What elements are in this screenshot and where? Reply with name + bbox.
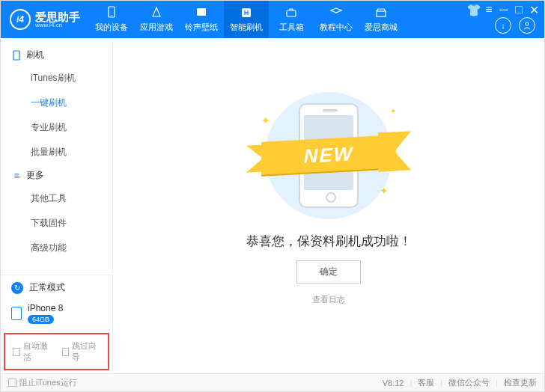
more-icon: ≡ [11,171,22,181]
svg-point-6 [526,22,529,25]
support-link[interactable]: 客服 [418,377,434,388]
device-icon [105,6,118,19]
user-button[interactable] [519,17,535,34]
app-logo: i4 爱思助手 www.i4.cn [1,9,89,30]
sidebar-item-other-tools[interactable]: 其他工具 [1,186,112,211]
success-illustration: ✦ ✦ ✦ NEW [239,92,418,219]
checkbox-skip-setup[interactable]: 跳过向导 [62,340,101,363]
skin-icon[interactable]: 👕 [469,5,478,14]
storage-badge: 64GB [28,315,54,324]
nav-flash[interactable]: 智能刷机 [224,1,269,38]
sidebar-item-batch-flash[interactable]: 批量刷机 [1,140,112,165]
sidebar-group-flash: 刷机 [1,44,112,66]
device-mode[interactable]: ↻ 正常模式 [1,275,112,300]
svg-point-1 [111,15,112,16]
svg-rect-7 [13,51,19,60]
svg-rect-4 [287,10,296,16]
phone-icon [11,50,22,61]
download-button[interactable]: ↓ [495,17,511,34]
sidebar-item-onekey-flash[interactable]: 一键刷机 [1,91,112,115]
tutorial-icon [329,6,343,19]
version-label: V8.12 [383,379,404,388]
toolbox-icon [284,6,298,19]
logo-icon: i4 [10,9,31,30]
check-update-link[interactable]: 检查更新 [504,377,537,388]
nav-ringtones[interactable]: 铃声壁纸 [179,1,224,38]
logo-subtitle: www.i4.cn [35,22,80,28]
options-highlighted: 自动激活 跳过向导 [4,333,109,370]
nav-toolbox[interactable]: 工具箱 [269,1,314,38]
svg-rect-2 [197,8,206,16]
device-info[interactable]: iPhone 8 64GB [1,300,112,330]
sidebar-group-more: ≡ 更多 [1,165,112,186]
checkbox-block-itunes[interactable]: 阻止iTunes运行 [8,377,77,388]
phone-small-icon [11,307,22,320]
store-icon [374,6,388,19]
checkbox-icon [62,348,70,356]
device-name: iPhone 8 [28,303,63,313]
nav-my-device[interactable]: 我的设备 [89,1,134,38]
success-message: 恭喜您，保资料刷机成功啦！ [246,233,412,250]
apps-icon [150,6,163,19]
wechat-link[interactable]: 微信公众号 [448,377,490,388]
menu-icon[interactable]: ≡ [484,5,493,14]
checkbox-auto-activate[interactable]: 自动激活 [13,340,52,363]
flash-icon [240,6,253,19]
svg-rect-5 [377,11,386,16]
maximize-icon[interactable]: □ [514,5,523,14]
nav-apps[interactable]: 应用游戏 [134,1,179,38]
checkbox-icon [13,348,20,356]
new-banner: NEW [261,135,396,174]
checkbox-icon [8,379,16,387]
ringtone-icon [195,6,208,19]
minimize-icon[interactable]: ─ [499,5,508,14]
nav-store[interactable]: 爱思商城 [359,1,404,38]
sidebar-item-itunes-flash[interactable]: iTunes刷机 [1,66,112,91]
view-log-link[interactable]: 查看日志 [312,294,345,305]
ok-button[interactable]: 确定 [296,260,361,284]
sidebar-item-download-fw[interactable]: 下载固件 [1,211,112,236]
nav-tutorials[interactable]: 教程中心 [314,1,359,38]
refresh-icon: ↻ [11,282,23,294]
sidebar-item-advanced[interactable]: 高级功能 [1,236,112,260]
logo-title: 爱思助手 [35,11,80,22]
close-icon[interactable]: ✕ [529,5,538,14]
sidebar-item-pro-flash[interactable]: 专业刷机 [1,115,112,140]
